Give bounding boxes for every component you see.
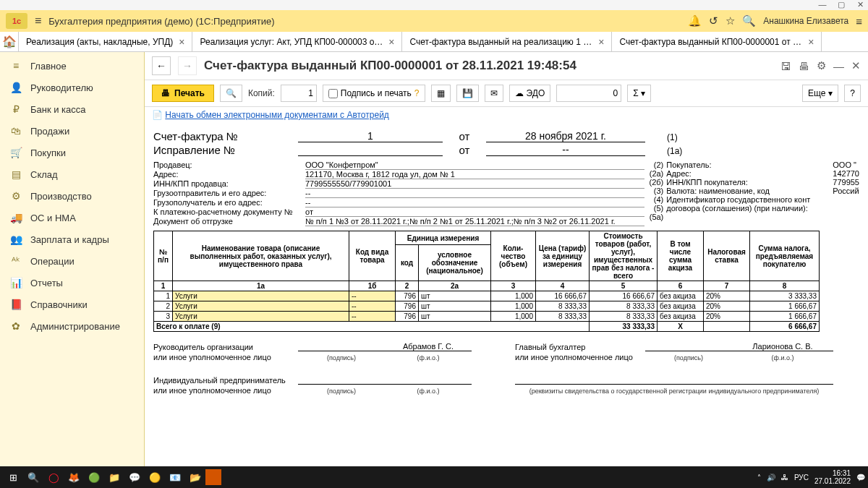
tab-item[interactable]: Реализация (акты, накладные, УПД)× — [19, 32, 192, 51]
tray-up-icon[interactable]: ˄ — [757, 474, 761, 481]
reports-icon: 📊 — [10, 277, 22, 288]
sidebar-item-operations[interactable]: ᴬᵏОперации — [0, 250, 144, 272]
search-icon[interactable]: 🔍 — [742, 14, 756, 27]
close-window-icon[interactable]: ✕ — [855, 0, 865, 10]
print-icon[interactable]: 🖶 — [799, 60, 809, 72]
clock[interactable]: 16:31 27.01.2022 — [814, 469, 851, 485]
close-icon[interactable]: × — [388, 36, 394, 48]
app-icon[interactable]: 🟡 — [145, 467, 165, 487]
sidebar-item-catalogs[interactable]: 📕Справочники — [0, 294, 144, 315]
bell-icon[interactable]: 🔔 — [688, 14, 702, 27]
salary-icon: 👥 — [10, 234, 22, 245]
sidebar-item-bank[interactable]: ₽Банк и касса — [0, 98, 144, 120]
invoice-date: 28 ноября 2021 г. — [486, 130, 645, 142]
task-search-icon[interactable]: 🔍 — [23, 467, 43, 487]
edo-link[interactable]: Начать обмен электронными документами с … — [165, 110, 389, 120]
sidebar-item-production[interactable]: ⚙Производство — [0, 185, 144, 207]
sidebar-item-reports[interactable]: 📊Отчеты — [0, 272, 144, 294]
skype-icon[interactable]: 💬 — [124, 467, 145, 487]
correction-date: -- — [486, 144, 645, 156]
total-row: Всего к оплате (9)33 333,33X6 666,67 — [154, 322, 820, 332]
network-icon[interactable]: 🖧 — [781, 474, 788, 481]
minimize-icon[interactable]: — — [817, 0, 827, 10]
mail-button[interactable]: ✉ — [485, 85, 503, 102]
production-icon: ⚙ — [10, 190, 22, 202]
invoice-no: 1 — [298, 130, 443, 142]
outlook-icon[interactable]: 📧 — [165, 467, 185, 487]
app-title: Бухгалтерия предприятия (демо) (1С:Предп… — [48, 16, 681, 27]
lang-indicator[interactable]: РУС — [794, 474, 809, 481]
document-title: Счет-фактура выданный КП00-0000001 от 28… — [204, 59, 773, 73]
save-icon[interactable]: 🖫 — [780, 60, 791, 72]
forward-button[interactable]: → — [178, 56, 197, 75]
disk-button[interactable]: 💾 — [456, 85, 479, 102]
help-button[interactable]: ? — [844, 85, 861, 102]
tab-item-active[interactable]: Счет-фактура выданный КП00-0000001 от 28… — [612, 32, 822, 51]
sidebar-item-admin[interactable]: ✿Администрирование — [0, 315, 144, 337]
catalogs-icon: 📕 — [10, 299, 22, 310]
tab-item[interactable]: Реализация услуг: Акт, УПД КП00-000003 о… — [192, 32, 402, 51]
home-tab[interactable]: 🏠 — [0, 32, 19, 51]
correction-label: Исправление № — [153, 144, 298, 156]
sidebar-item-main[interactable]: ≡Главное — [0, 55, 144, 77]
notifications-icon[interactable]: 💬 — [856, 474, 865, 481]
powerpoint-icon[interactable] — [205, 469, 221, 485]
close-icon[interactable]: × — [179, 36, 184, 48]
warehouse-icon: ▤ — [10, 168, 22, 180]
tab-item[interactable]: Счет-фактура выданный на реализацию 1 от… — [402, 32, 612, 51]
explorer-icon[interactable]: 📂 — [185, 467, 205, 487]
sidebar-item-assets[interactable]: 🚚ОС и НМА — [0, 207, 144, 228]
maximize-icon[interactable]: ▢ — [836, 0, 846, 10]
sidebar-item-sales[interactable]: 🛍Продажи — [0, 120, 144, 142]
volume-icon[interactable]: 🔊 — [767, 474, 775, 481]
sidebar-item-warehouse[interactable]: ▤Склад — [0, 163, 144, 185]
copies-label: Копий: — [248, 88, 275, 98]
ot-label: от — [443, 130, 486, 142]
dash-icon[interactable]: — — [833, 60, 844, 72]
settings-icon[interactable]: ⚙ — [817, 59, 826, 72]
menu-icon[interactable]: ≡ — [35, 14, 41, 27]
sidebar-item-salary[interactable]: 👥Зарплата и кадры — [0, 228, 144, 250]
close-icon[interactable]: × — [808, 36, 814, 48]
sales-icon: 🛍 — [10, 125, 22, 137]
history-icon[interactable]: ↺ — [709, 14, 718, 27]
sidebar: ≡Главное 👤Руководителю ₽Банк и касса 🛍Пр… — [0, 52, 145, 466]
sign-checkbox[interactable] — [328, 89, 338, 98]
back-button[interactable]: ← — [152, 56, 171, 75]
user-name: Анашкина Елизавета — [763, 16, 848, 26]
sum-button[interactable]: Σ ▾ — [627, 85, 651, 102]
sidebar-item-purchases[interactable]: 🛒Покупки — [0, 142, 144, 163]
user-menu-icon[interactable]: ≡ — [856, 15, 862, 27]
window-title-bar: — ▢ ✕ — [0, 0, 868, 10]
star-icon[interactable]: ☆ — [726, 14, 735, 27]
close-doc-icon[interactable]: ✕ — [851, 59, 861, 72]
sidebar-item-manager[interactable]: 👤Руководителю — [0, 77, 144, 98]
sign-print-button[interactable]: Подпись и печать ? — [323, 85, 425, 102]
taskbar: ⊞ 🔍 ◯ 🦊 🟢 📁 💬 🟡 📧 📂 ˄ 🔊 🖧 РУС 16:31 27.0… — [0, 466, 868, 488]
start-icon[interactable]: ⊞ — [3, 467, 23, 487]
chrome-icon[interactable]: 🟢 — [84, 467, 104, 487]
edo-input[interactable] — [556, 85, 621, 102]
print-button[interactable]: 🖶Печать — [152, 85, 214, 102]
ot-label-2: от — [443, 144, 486, 156]
firefox-icon[interactable]: 🦊 — [64, 467, 84, 487]
printer-icon: 🖶 — [161, 88, 170, 98]
admin-icon: ✿ — [10, 320, 22, 332]
more-button[interactable]: Еще ▾ — [802, 85, 838, 102]
opera-icon[interactable]: ◯ — [43, 467, 64, 487]
edo-button[interactable]: ☁ ЭДО — [509, 85, 551, 102]
bank-icon: ₽ — [10, 103, 22, 115]
purchases-icon: 🛒 — [10, 147, 22, 158]
copies-input[interactable] — [281, 85, 317, 102]
link-row: 📄 Начать обмен электронными документами … — [145, 107, 868, 123]
close-icon[interactable]: × — [598, 36, 604, 48]
table-row: 2Услуги--796шт1,0008 333,338 333,33без а… — [154, 301, 820, 312]
code-1: (1) — [667, 132, 826, 142]
preview-button[interactable]: 🔍 — [220, 85, 242, 102]
table-button[interactable]: ▦ — [431, 85, 451, 102]
correction-no — [298, 155, 443, 156]
assets-icon: 🚚 — [10, 212, 22, 223]
invoice-no-label: Счет-фактура № — [153, 130, 298, 142]
app-header: 1c ≡ Бухгалтерия предприятия (демо) (1С:… — [0, 10, 868, 32]
folder-icon[interactable]: 📁 — [104, 467, 124, 487]
